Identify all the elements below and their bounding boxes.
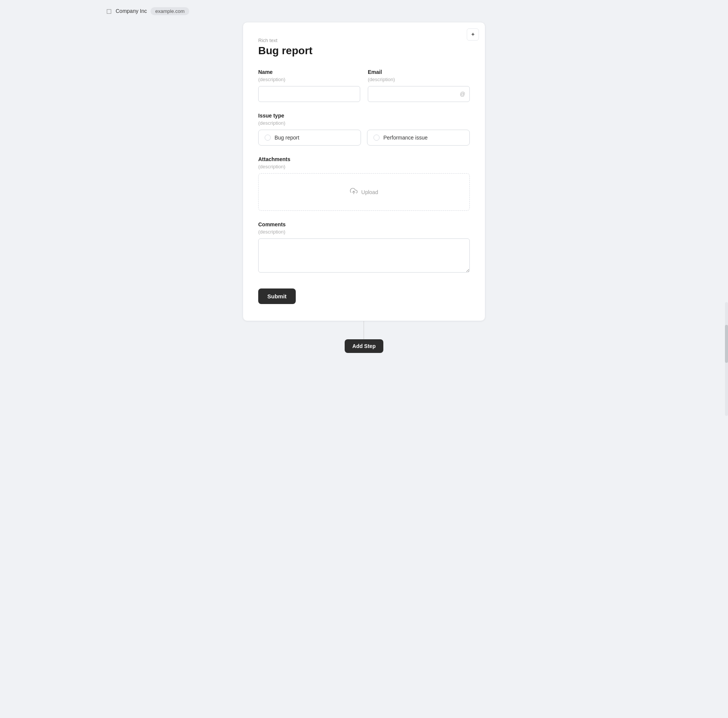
radio-circle-performance	[373, 135, 380, 141]
issue-type-description: (description)	[258, 120, 470, 126]
radio-option-bug[interactable]: Bug report	[258, 130, 361, 146]
comments-label: Comments	[258, 221, 470, 227]
scrollbar-thumb[interactable]	[725, 325, 728, 363]
magic-icon: ✦	[471, 31, 475, 38]
email-input[interactable]	[368, 86, 470, 102]
issue-type-label: Issue type	[258, 113, 470, 119]
attachments-label: Attachments	[258, 156, 470, 162]
email-label: Email	[368, 69, 470, 75]
submit-button[interactable]: Submit	[258, 288, 296, 304]
form-title: Bug report	[258, 45, 470, 57]
domain-badge[interactable]: example.com	[151, 7, 189, 15]
add-step-connector: Add Step	[345, 321, 383, 353]
company-name: Company Inc	[116, 8, 147, 14]
issue-type-options: Bug report Performance issue	[258, 130, 470, 146]
comments-section: Comments (description)	[258, 221, 470, 274]
upload-label: Upload	[361, 189, 378, 195]
name-input[interactable]	[258, 86, 360, 102]
main-content: ✦ Rich text Bug report Name (description…	[0, 22, 728, 353]
magic-button[interactable]: ✦	[467, 28, 479, 41]
email-description: (description)	[368, 77, 470, 82]
connector-line	[364, 321, 364, 339]
attachments-section: Attachments (description) Upload	[258, 156, 470, 211]
scrollbar[interactable]	[725, 302, 728, 416]
upload-area[interactable]: Upload	[258, 173, 470, 211]
email-input-wrapper: @	[368, 86, 470, 102]
company-icon: ◻	[106, 7, 112, 15]
add-step-button[interactable]: Add Step	[345, 339, 383, 353]
name-description: (description)	[258, 77, 360, 82]
name-field: Name (description)	[258, 69, 360, 102]
radio-option-performance[interactable]: Performance issue	[367, 130, 470, 146]
upload-icon	[350, 187, 358, 197]
email-field: Email (description) @	[368, 69, 470, 102]
comments-input[interactable]	[258, 238, 470, 273]
radio-circle-bug	[265, 135, 271, 141]
at-icon: @	[460, 91, 465, 97]
issue-type-section: Issue type (description) Bug report Perf…	[258, 113, 470, 146]
name-label: Name	[258, 69, 360, 75]
name-email-row: Name (description) Email (description) @	[258, 69, 470, 102]
radio-label-bug: Bug report	[275, 135, 299, 141]
radio-label-performance: Performance issue	[383, 135, 428, 141]
form-card: ✦ Rich text Bug report Name (description…	[243, 22, 485, 321]
form-label-small: Rich text	[258, 38, 470, 43]
attachments-description: (description)	[258, 164, 470, 169]
top-bar: ◻ Company Inc example.com	[0, 0, 728, 22]
comments-description: (description)	[258, 229, 470, 235]
